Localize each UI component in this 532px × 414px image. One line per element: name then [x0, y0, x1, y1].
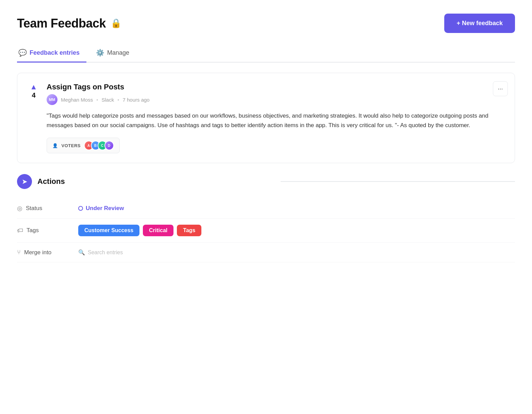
lock-icon: 🔒: [111, 18, 121, 29]
search-placeholder: Search entries: [88, 249, 123, 256]
page-container: Team Feedback 🔒 + New feedback 💬 Feedbac…: [0, 0, 532, 276]
feedback-meta: MM Meghan Moss • Slack • 7 hours ago: [47, 94, 504, 105]
tags-label: 🏷 Tags: [17, 227, 78, 234]
voter-avatar-4: D: [104, 141, 114, 150]
merge-into-label: ⑂ Merge into: [17, 249, 78, 256]
tags-value: Customer Success Critical Tags: [78, 225, 515, 236]
tabs-bar: 💬 Feedback entries ⚙️ Manage: [17, 44, 515, 63]
search-entries[interactable]: 🔍 Search entries: [78, 249, 123, 256]
new-feedback-button[interactable]: + New feedback: [444, 14, 515, 33]
actions-section: ➤ Actions ◎ Status Under Review 🏷 Tags: [17, 174, 515, 262]
person-icon: 👤: [52, 143, 58, 148]
merge-into-value: 🔍 Search entries: [78, 249, 515, 256]
vote-up-button[interactable]: ▲: [30, 83, 37, 91]
tag-customer-success[interactable]: Customer Success: [78, 225, 139, 236]
manage-icon: ⚙️: [96, 49, 104, 57]
vote-section: ▲ 4: [28, 83, 40, 99]
status-row: ◎ Status Under Review: [17, 199, 515, 219]
tag-icon: 🏷: [17, 227, 23, 234]
tab-manage-label: Manage: [107, 49, 129, 56]
status-value[interactable]: Under Review: [78, 205, 515, 212]
merge-into-row: ⑂ Merge into 🔍 Search entries: [17, 243, 515, 262]
status-badge: Under Review: [78, 205, 124, 212]
feedback-title: Assign Tags on Posts: [47, 83, 504, 91]
more-options-button[interactable]: ···: [493, 81, 508, 96]
merge-icon: ⑂: [17, 249, 21, 256]
cursor-icon: ➤: [22, 177, 28, 186]
tab-feedback-entries-label: Feedback entries: [30, 49, 80, 56]
feedback-body: "Tags would help categorize posts and me…: [47, 111, 504, 130]
tag-tags[interactable]: Tags: [177, 225, 201, 236]
status-label: ◎ Status: [17, 205, 78, 212]
feedback-main: Assign Tags on Posts MM Meghan Moss • Sl…: [47, 83, 504, 153]
meta-dot-2: •: [117, 97, 119, 103]
status-value-text: Under Review: [86, 205, 124, 212]
header-left: Team Feedback 🔒: [17, 16, 121, 31]
tab-feedback-entries[interactable]: 💬 Feedback entries: [17, 44, 86, 63]
status-label-text: Status: [26, 205, 42, 212]
feedback-entries-icon: 💬: [18, 49, 27, 57]
meta-dot-1: •: [96, 97, 98, 103]
avatar: MM: [47, 94, 57, 105]
vote-count: 4: [32, 91, 35, 99]
status-icon: ◎: [17, 205, 22, 212]
voters-label: VOTERS: [62, 143, 81, 148]
search-icon: 🔍: [78, 249, 85, 256]
feedback-card: ▲ 4 Assign Tags on Posts MM Meghan Moss …: [17, 73, 515, 163]
status-dot: [78, 206, 83, 211]
actions-title: Actions: [37, 177, 272, 186]
actions-divider: [281, 181, 515, 182]
feedback-source: Slack: [101, 97, 114, 103]
actions-header: ➤ Actions: [17, 174, 515, 189]
voters-avatars: A B C D: [84, 141, 114, 150]
tab-manage[interactable]: ⚙️ Manage: [95, 44, 136, 63]
tags-label-text: Tags: [27, 227, 39, 234]
merge-into-label-text: Merge into: [24, 249, 51, 256]
tag-critical[interactable]: Critical: [143, 225, 173, 236]
actions-icon: ➤: [17, 174, 32, 189]
voters-button[interactable]: 👤 VOTERS A B C D: [47, 138, 120, 153]
author-name: Meghan Moss: [61, 97, 93, 103]
feedback-time: 7 hours ago: [122, 97, 149, 103]
tags-row: 🏷 Tags Customer Success Critical Tags: [17, 219, 515, 243]
page-header: Team Feedback 🔒 + New feedback: [17, 14, 515, 33]
feedback-card-header: ▲ 4 Assign Tags on Posts MM Meghan Moss …: [28, 83, 504, 153]
page-title: Team Feedback: [17, 16, 106, 31]
